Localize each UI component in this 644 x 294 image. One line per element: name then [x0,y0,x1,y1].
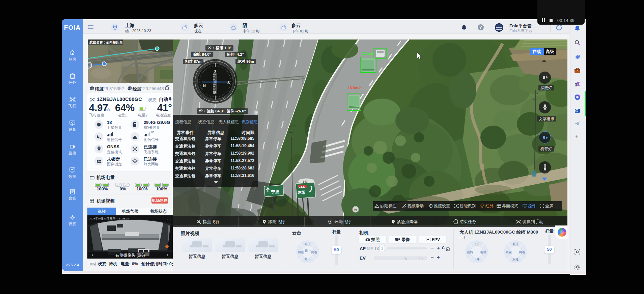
svg-text:航线名称 : 金向短距离: 航线名称 : 金向短距离 [89,41,123,44]
svg-text:18 km/h: 18 km/h [348,86,362,90]
svg-text:40: 40 [354,208,357,211]
svg-text:3: 3 [214,69,216,73]
svg-text:11 km/h: 11 km/h [362,51,376,55]
svg-text:N: N [203,84,206,88]
svg-text:宁波: 宁波 [271,189,279,194]
svg-text:2023年10月23日 星期一 11:58:34: 2023年10月23日 星期一 11:58:34 [89,217,129,220]
svg-text:东阳: 东阳 [298,190,305,194]
svg-text:G527: G527 [299,185,306,188]
